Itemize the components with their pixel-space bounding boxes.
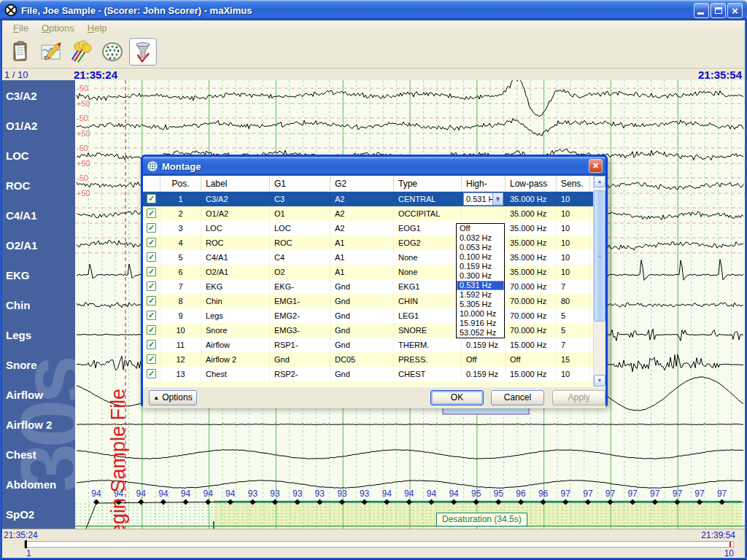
svg-text:94: 94 bbox=[404, 489, 414, 499]
montage-row-8[interactable]: ✓8ChinEMG1-GndCHIN70.000 Hz80 bbox=[143, 294, 605, 308]
label-cell: ROC bbox=[201, 236, 270, 250]
montage-row-1[interactable]: ✓1C3/A2C3A2CENTRAL0.531 Hz▼35.000 Hz10 bbox=[143, 192, 605, 206]
channel-enabled-checkbox[interactable]: ✓ bbox=[143, 236, 160, 250]
report-button[interactable] bbox=[7, 38, 34, 66]
channel-enabled-checkbox[interactable]: ✓ bbox=[143, 192, 160, 206]
channel-label-legs[interactable]: Legs bbox=[6, 329, 31, 341]
column-header-Low-pass[interactable]: Low-pass bbox=[506, 176, 557, 191]
dropdown-option[interactable]: Off bbox=[457, 224, 504, 233]
column-header-G2[interactable]: G2 bbox=[330, 176, 394, 191]
dropdown-option[interactable]: 15.916 Hz bbox=[457, 319, 504, 328]
dropdown-option[interactable]: 0.531 Hz bbox=[457, 281, 504, 290]
options-button[interactable]: ▲Options bbox=[149, 390, 197, 405]
channel-enabled-checkbox[interactable]: ✓ bbox=[143, 221, 160, 236]
channel-label-o2-a1[interactable]: O2/A1 bbox=[6, 239, 37, 252]
dropdown-option[interactable]: 1.592 Hz bbox=[457, 290, 504, 300]
timeline-thumb[interactable] bbox=[25, 540, 27, 548]
channel-label-spo2[interactable]: SpO2 bbox=[6, 508, 34, 521]
channel-label-airflow-2[interactable]: Airflow 2 bbox=[6, 419, 52, 431]
montage-row-6[interactable]: ✓6O2/A1O2A1None35.000 Hz10 bbox=[143, 265, 605, 279]
minimize-button[interactable] bbox=[694, 3, 709, 18]
dropdown-option[interactable]: 0.032 Hz bbox=[457, 233, 504, 243]
channel-label-snore[interactable]: Snore bbox=[6, 359, 37, 371]
head-map-button[interactable] bbox=[98, 38, 126, 66]
column-header-Pos.[interactable]: Pos. bbox=[160, 176, 201, 191]
menu-help[interactable]: Help bbox=[81, 21, 114, 35]
channel-enabled-checkbox[interactable]: ✓ bbox=[143, 323, 160, 338]
dropdown-option[interactable]: 0.053 Hz bbox=[457, 243, 504, 252]
g2-cell: A2 bbox=[330, 206, 394, 221]
column-header-Label[interactable]: Label bbox=[201, 176, 270, 191]
cancel-button[interactable]: Cancel bbox=[491, 390, 544, 405]
dropdown-option[interactable]: 5.305 Hz bbox=[457, 300, 504, 309]
dropdown-option[interactable]: 53.052 Hz bbox=[457, 328, 504, 338]
chevron-down-icon[interactable]: ▼ bbox=[492, 193, 503, 205]
electrodes-button[interactable] bbox=[68, 38, 96, 66]
column-header-High-pass[interactable]: High-pass bbox=[462, 176, 506, 191]
montage-row-10[interactable]: ✓10SnoreEMG3-GndSNORE1.592 Hz70.000 Hz5 bbox=[143, 323, 605, 338]
channel-enabled-checkbox[interactable]: ✓ bbox=[143, 294, 160, 308]
channel-label-airflow[interactable]: Airflow bbox=[6, 389, 43, 401]
scoring-button[interactable] bbox=[37, 38, 65, 66]
dropdown-option[interactable]: 0.300 Hz bbox=[457, 271, 504, 281]
montage-dialog-titlebar: Montage × bbox=[143, 157, 605, 176]
column-header-G1[interactable]: G1 bbox=[270, 176, 330, 191]
toolbar bbox=[2, 35, 745, 68]
scroll-thumb[interactable]: ≡ bbox=[594, 190, 605, 322]
montage-row-3[interactable]: ✓3LOCLOCA2EOG135.000 Hz10 bbox=[143, 221, 605, 236]
filters-button[interactable] bbox=[129, 38, 157, 66]
g2-cell: Gnd bbox=[330, 308, 394, 323]
channel-label-c3-a2[interactable]: C3/A2 bbox=[6, 90, 37, 102]
label-cell: Airflow bbox=[201, 338, 270, 352]
dropdown-option[interactable]: 0.159 Hz bbox=[457, 262, 504, 271]
montage-row-9[interactable]: ✓9LegsEMG2-GndLEG170.000 Hz5 bbox=[143, 308, 605, 323]
channel-enabled-checkbox[interactable]: ✓ bbox=[143, 308, 160, 323]
montage-row-11[interactable]: ✓11AirflowRSP1-GndTHERM.0.159 Hz15.000 H… bbox=[143, 338, 605, 352]
montage-row-5[interactable]: ✓5C4/A1C4A1None35.000 Hz10 bbox=[143, 250, 605, 265]
montage-row-7[interactable]: ✓7EKGEKG-GndEKG170.000 Hz7 bbox=[143, 279, 605, 294]
channel-label-chin[interactable]: Chin bbox=[6, 299, 30, 311]
dropdown-option[interactable]: 10.000 Hz bbox=[457, 309, 504, 319]
sens-cell: 5 bbox=[557, 323, 590, 338]
channel-enabled-checkbox[interactable]: ✓ bbox=[143, 250, 160, 265]
sens-cell: 5 bbox=[557, 308, 590, 323]
maximize-button[interactable] bbox=[711, 3, 726, 18]
montage-row-4[interactable]: ✓4ROCROCA1EOG235.000 Hz10 bbox=[143, 236, 605, 250]
channel-label-chest[interactable]: Chest bbox=[6, 448, 36, 461]
channel-enabled-checkbox[interactable]: ✓ bbox=[143, 206, 160, 221]
channel-enabled-checkbox[interactable]: ✓ bbox=[143, 367, 160, 381]
channel-label-ekg[interactable]: EKG bbox=[6, 269, 30, 281]
timeline-track[interactable] bbox=[24, 541, 734, 548]
dropdown-option[interactable]: 0.100 Hz bbox=[457, 252, 504, 262]
channel-enabled-checkbox[interactable]: ✓ bbox=[143, 352, 160, 367]
type-cell: THERM. bbox=[394, 338, 462, 352]
column-header-Sens.[interactable]: Sens. bbox=[557, 176, 590, 191]
channel-label-roc[interactable]: ROC bbox=[6, 179, 30, 192]
close-button[interactable]: × bbox=[727, 3, 743, 18]
channel-label-loc[interactable]: LOC bbox=[6, 149, 29, 162]
menu-options[interactable]: Options bbox=[35, 21, 81, 35]
highpass-combobox[interactable]: 0.531 Hz▼ bbox=[463, 192, 503, 206]
montage-row-13[interactable]: ✓13ChestRSP2-GndCHEST0.159 Hz15.000 Hz10 bbox=[143, 367, 605, 381]
ok-button[interactable]: OK bbox=[430, 390, 484, 405]
column-header-Type[interactable]: Type bbox=[394, 176, 462, 191]
svg-text:94: 94 bbox=[136, 489, 147, 499]
channel-enabled-checkbox[interactable]: ✓ bbox=[143, 279, 160, 294]
lowpass-cell: Off bbox=[506, 352, 557, 367]
montage-row-12[interactable]: ✓12Airflow 2GndDC05PRESS.OffOff15 bbox=[143, 352, 605, 367]
montage-scrollbar[interactable]: ▲ ≡ ▼ bbox=[593, 176, 605, 386]
channel-label-abdomen[interactable]: Abdomen bbox=[6, 478, 56, 491]
check-icon: ✓ bbox=[147, 252, 156, 262]
channel-enabled-checkbox[interactable]: ✓ bbox=[143, 265, 160, 279]
montage-close-button[interactable]: × bbox=[589, 159, 603, 173]
lowpass-cell: 35.000 Hz bbox=[506, 250, 557, 265]
column-header-check[interactable] bbox=[143, 176, 160, 191]
channel-label-c4-a1[interactable]: C4/A1 bbox=[6, 209, 37, 222]
channel-enabled-checkbox[interactable]: ✓ bbox=[143, 338, 160, 352]
scroll-down-button[interactable]: ▼ bbox=[594, 375, 605, 386]
highpass-cell: Off bbox=[462, 352, 506, 367]
montage-row-2[interactable]: ✓2O1/A2O1A2OCCIPITAL35.000 Hz10 bbox=[143, 206, 605, 221]
channel-label-o1-a2[interactable]: O1/A2 bbox=[6, 120, 37, 132]
menu-file[interactable]: File bbox=[7, 21, 35, 35]
scroll-up-button[interactable]: ▲ bbox=[594, 176, 605, 187]
